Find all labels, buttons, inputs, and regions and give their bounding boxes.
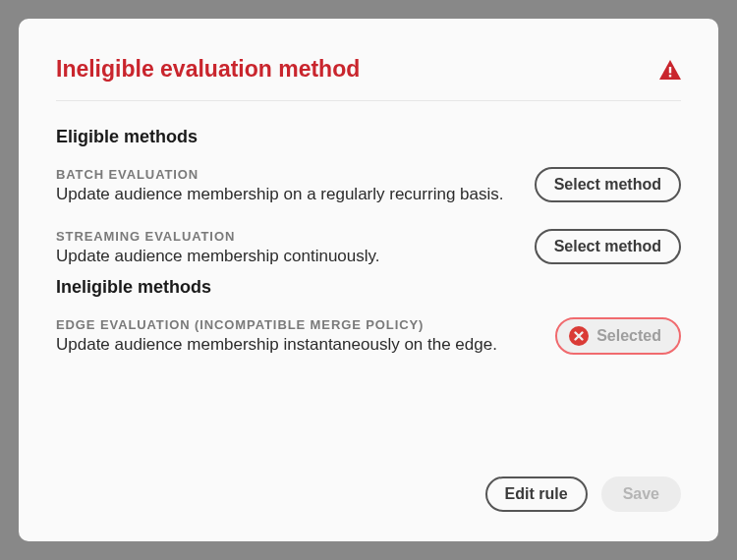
selected-button-label: Selected xyxy=(596,327,661,345)
method-row-edge: EDGE EVALUATION (INCOMPATIBLE MERGE POLI… xyxy=(56,317,681,356)
save-button: Save xyxy=(601,476,681,512)
dialog-title: Ineligible evaluation method xyxy=(56,56,360,83)
ineligible-heading: Ineligible methods xyxy=(56,277,681,298)
eligible-heading: Eligible methods xyxy=(56,127,681,147)
method-desc-batch: Update audience membership on a regularl… xyxy=(56,184,515,205)
method-label-edge: EDGE EVALUATION (INCOMPATIBLE MERGE POLI… xyxy=(56,317,536,332)
method-label-streaming: STREAMING EVALUATION xyxy=(56,229,515,244)
method-text: BATCH EVALUATION Update audience members… xyxy=(56,167,515,205)
dialog-footer: Edit rule Save xyxy=(56,457,681,512)
svg-rect-1 xyxy=(669,75,671,77)
dialog-header: Ineligible evaluation method xyxy=(56,56,681,101)
eligible-section: Eligible methods BATCH EVALUATION Update… xyxy=(56,127,681,267)
warning-icon xyxy=(659,60,681,80)
method-text: EDGE EVALUATION (INCOMPATIBLE MERGE POLI… xyxy=(56,317,536,356)
method-row-streaming: STREAMING EVALUATION Update audience mem… xyxy=(56,229,681,267)
select-method-button-batch[interactable]: Select method xyxy=(535,167,681,202)
selected-button-edge: Selected xyxy=(555,317,681,355)
dialog: Ineligible evaluation method Eligible me… xyxy=(19,19,718,541)
method-row-batch: BATCH EVALUATION Update audience members… xyxy=(56,167,681,205)
method-label-batch: BATCH EVALUATION xyxy=(56,167,515,182)
method-desc-edge: Update audience membership instantaneous… xyxy=(56,334,536,356)
method-text: STREAMING EVALUATION Update audience mem… xyxy=(56,229,515,267)
select-method-button-streaming[interactable]: Select method xyxy=(535,229,681,264)
ineligible-section: Ineligible methods EDGE EVALUATION (INCO… xyxy=(56,277,681,356)
edit-rule-button[interactable]: Edit rule xyxy=(485,476,588,512)
error-circle-icon xyxy=(569,326,589,346)
svg-rect-0 xyxy=(669,67,671,74)
method-desc-streaming: Update audience membership continuously. xyxy=(56,246,515,267)
